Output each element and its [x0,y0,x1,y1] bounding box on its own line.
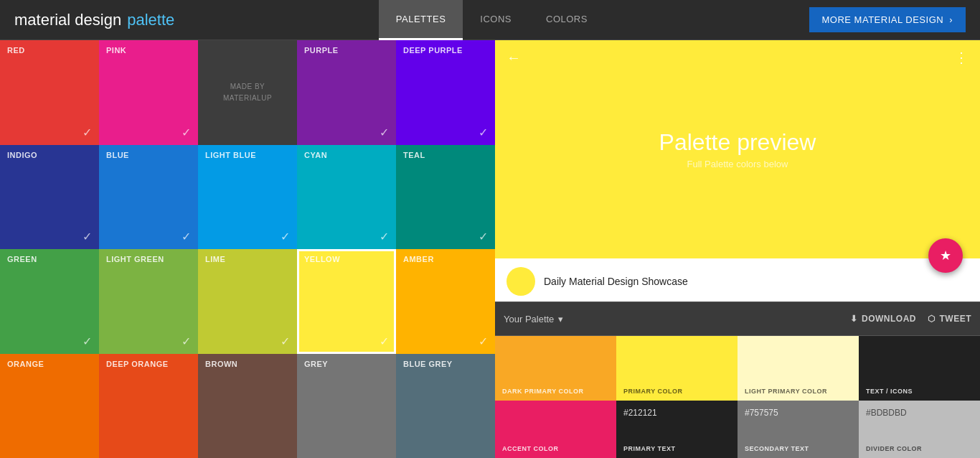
logo-accent: palette [127,11,174,29]
color-check-indigo: ✓ [83,230,92,243]
color-cell-brown[interactable]: BROWN [198,354,297,459]
color-cell-yellow[interactable]: YELLOW✓ [297,249,396,354]
color-name-pink: PINK [106,46,191,55]
swatch2-label-primary-text: PRIMARY TEXT [623,445,676,452]
color-name-deep-orange: DEEP ORANGE [106,360,191,368]
color-cell-grey[interactable]: GREY [297,354,396,459]
color-cell-light-blue[interactable]: LIGHT BLUE✓ [198,145,297,250]
swatch2-label-secondary-text: SECONDARY TEXT [745,445,809,452]
color-check-deep-purple: ✓ [479,126,488,139]
color-name-red: RED [7,46,92,55]
logo-main: material design [14,11,121,29]
swatch2-secondary-text[interactable]: #757575SECONDARY TEXT [738,401,859,458]
color-check-yellow: ✓ [380,335,389,348]
showcase-icon [507,267,535,296]
logo: material design palette [14,11,174,29]
palette-label[interactable]: Your Palette ▾ [504,314,563,324]
color-name-blue: BLUE [106,151,191,159]
color-cell-blue-grey[interactable]: BLUE GREY [396,354,495,459]
color-check-green: ✓ [83,335,92,348]
swatch-hex-divider: #BDBDBD [866,408,907,418]
nav-tab-colors[interactable]: COLORS [529,0,605,40]
swatch-light-primary[interactable]: LIGHT PRIMARY COLOR [738,336,859,401]
swatches-row-1: DARK PRIMARY COLORPRIMARY COLORLIGHT PRI… [495,336,980,401]
color-name-blue-grey: BLUE GREY [403,360,488,368]
color-check-amber: ✓ [479,335,488,348]
main-content: RED✓PINK✓MADE BYMATERIALUPPURPLE✓DEEP PU… [0,40,980,458]
swatch-primary[interactable]: PRIMARY COLOR [616,336,738,401]
color-check-light-green: ✓ [182,335,191,348]
more-icon[interactable]: ⋮ [954,49,969,66]
color-cell-amber[interactable]: AMBER✓ [396,249,495,354]
color-name-grey: GREY [304,360,389,368]
color-check-teal: ✓ [479,230,488,243]
tweet-button[interactable]: ⬡ TWEET [928,314,971,324]
fab-button[interactable]: ★ [928,238,963,273]
color-cell-green[interactable]: GREEN✓ [0,249,99,354]
showcase-text: Daily Material Design Showcase [544,276,688,287]
color-check-light-blue: ✓ [281,230,290,243]
nav-tab-icons[interactable]: ICONS [463,0,529,40]
color-name-green: GREEN [7,255,92,263]
back-icon[interactable]: ← [507,50,521,66]
color-cell-red[interactable]: RED✓ [0,40,99,145]
color-name-purple: PURPLE [304,46,389,55]
color-name-brown: BROWN [205,360,290,368]
color-cell-deep-orange[interactable]: DEEP ORANGE [99,354,198,459]
color-name-light-blue: LIGHT BLUE [205,151,290,159]
swatch-hex-primary-text: #212121 [623,408,657,418]
header: material design palette PALETTESICONSCOL… [0,0,980,40]
color-name-deep-purple: DEEP PURPLE [403,46,488,55]
preview-subtitle: Full Palette colors below [687,159,788,169]
color-cell-lime[interactable]: LIME✓ [198,249,297,354]
color-cell-indigo[interactable]: INDIGO✓ [0,145,99,250]
swatch-dark-primary[interactable]: DARK PRIMARY COLOR [495,336,616,401]
preview-white-area: Daily Material Design Showcase [495,258,980,302]
color-cell-deep-purple[interactable]: DEEP PURPLE✓ [396,40,495,145]
color-name-light-green: LIGHT GREEN [106,255,191,263]
color-check-cyan: ✓ [380,230,389,243]
swatch-label-dark-primary: DARK PRIMARY COLOR [502,388,584,395]
color-check-purple: ✓ [380,126,389,139]
swatch2-accent[interactable]: ACCENT COLOR [495,401,616,458]
swatches-row-2: ACCENT COLOR#212121PRIMARY TEXT#757575SE… [495,401,980,458]
palette-toolbar: Your Palette ▾ ⬇ DOWNLOAD ⬡ TWEET [495,302,980,336]
color-cell-teal[interactable]: TEAL✓ [396,145,495,250]
made-by-text: MADE BYMATERIALUP [223,81,272,104]
palette-section: Your Palette ▾ ⬇ DOWNLOAD ⬡ TWEET [495,302,980,458]
color-cell-light-green[interactable]: LIGHT GREEN✓ [99,249,198,354]
palette-actions: ⬇ DOWNLOAD ⬡ TWEET [850,314,972,324]
color-name-cyan: CYAN [304,151,389,159]
right-panel: ← ⋮ Palette preview Full Palette colors … [495,40,980,458]
preview-card: ← ⋮ Palette preview Full Palette colors … [495,40,980,302]
preview-top-bar: ← ⋮ [495,40,980,75]
color-cell-cyan[interactable]: CYAN✓ [297,145,396,250]
color-name-teal: TEAL [403,151,488,159]
swatch2-primary-text[interactable]: #212121PRIMARY TEXT [616,401,738,458]
swatch-label-primary: PRIMARY COLOR [623,388,683,395]
color-cell-blue[interactable]: BLUE✓ [99,145,198,250]
color-name-orange: ORANGE [7,360,92,368]
swatch-label-text-icons: TEXT / ICONS [866,388,913,395]
color-grid: RED✓PINK✓MADE BYMATERIALUPPURPLE✓DEEP PU… [0,40,495,458]
color-name-amber: AMBER [403,255,488,263]
preview-title: Palette preview [659,129,816,156]
color-name-indigo: INDIGO [7,151,92,159]
color-cell-orange[interactable]: ORANGE [0,354,99,459]
color-cell-made-by[interactable]: MADE BYMATERIALUP [198,40,297,145]
color-check-blue: ✓ [182,230,191,243]
color-check-pink: ✓ [182,126,191,139]
download-button[interactable]: ⬇ DOWNLOAD [850,314,917,324]
swatch-hex-secondary-text: #757575 [745,408,778,418]
swatch-text-icons[interactable]: TEXT / ICONS [859,336,980,401]
swatch2-label-accent: ACCENT COLOR [502,445,559,452]
more-material-design-button[interactable]: MORE MATERIAL DESIGN › [809,7,966,32]
color-cell-purple[interactable]: PURPLE✓ [297,40,396,145]
swatch2-divider[interactable]: #BDBDBDDIVIDER COLOR [859,401,980,458]
preview-yellow-area: ← ⋮ Palette preview Full Palette colors … [495,40,980,258]
swatch-label-light-primary: LIGHT PRIMARY COLOR [745,388,827,395]
nav-tab-palettes[interactable]: PALETTES [379,0,463,40]
color-check-lime: ✓ [281,335,290,348]
color-cell-pink[interactable]: PINK✓ [99,40,198,145]
color-check-red: ✓ [83,126,92,139]
